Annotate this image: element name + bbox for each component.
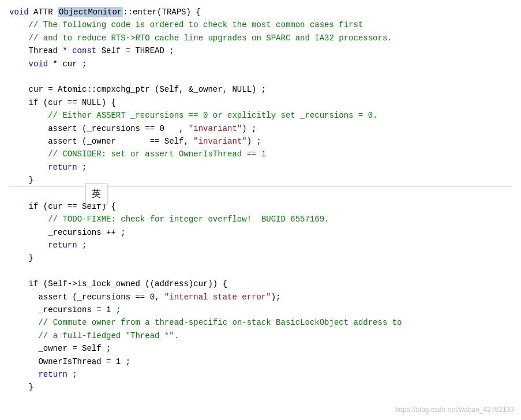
code-line [9, 265, 512, 278]
code-line: } [9, 174, 512, 186]
keyword: void [9, 7, 29, 17]
highlighted-token: ObjectMonitor [58, 7, 123, 17]
code-line: if (cur == NULL) { [9, 96, 512, 109]
code-line: // TODO-FIXME: check for integer overflo… [9, 213, 512, 226]
code-line: void * cur ; [9, 58, 512, 70]
code-container: void ATTR ObjectMonitor::enter(TRAPS) { … [0, 0, 521, 420]
code-line: // The following code is ordered to chec… [9, 18, 512, 31]
watermark: https://blog.csdn.net/waban_42762133 [395, 404, 514, 415]
code-line: _recursions = 1 ; [9, 303, 512, 316]
code-line: if (Self->is_lock_owned ((address)cur)) … [9, 278, 512, 290]
code-line: // Either ASSERT _recursions == 0 or exp… [9, 109, 512, 122]
code-line: assert (_recursions == 0 , "invariant") … [9, 122, 512, 135]
code-line: cur = Atomic::cmpxchg_ptr (Self, &_owner… [9, 83, 512, 96]
code-line: Thread * const Self = THREAD ; [9, 44, 512, 57]
code-line: assert (_owner == Self, "invariant") ; [9, 135, 512, 148]
code-line: return ; [9, 368, 512, 381]
code-line: _owner = Self ; [9, 342, 512, 355]
code-line [9, 70, 512, 83]
code-line: // and to reduce RTS->RTO cache line upg… [9, 32, 512, 44]
code-line [9, 187, 512, 200]
code-line: assert (_recursions == 0, "internal stat… [9, 291, 512, 303]
code-line: } [9, 381, 512, 393]
code-line: // CONSIDER: set or assert OwnerIsThread… [9, 148, 512, 160]
code-line: // Commute owner from a thread-specific … [9, 316, 512, 329]
code-line: } [9, 252, 512, 264]
code-line: void ATTR ObjectMonitor::enter(TRAPS) { [9, 6, 512, 18]
code-line: return ; [9, 161, 512, 174]
code-line: if (cur == Self) { [9, 200, 512, 213]
code-line: _recursions ++ ; [9, 226, 512, 239]
code-line: OwnerIsThread = 1 ; [9, 355, 512, 368]
code-line: // a full-fledged "Thread *". [9, 329, 512, 342]
ime-tooltip: 英 [85, 183, 107, 204]
code-line: return ; [9, 239, 512, 252]
